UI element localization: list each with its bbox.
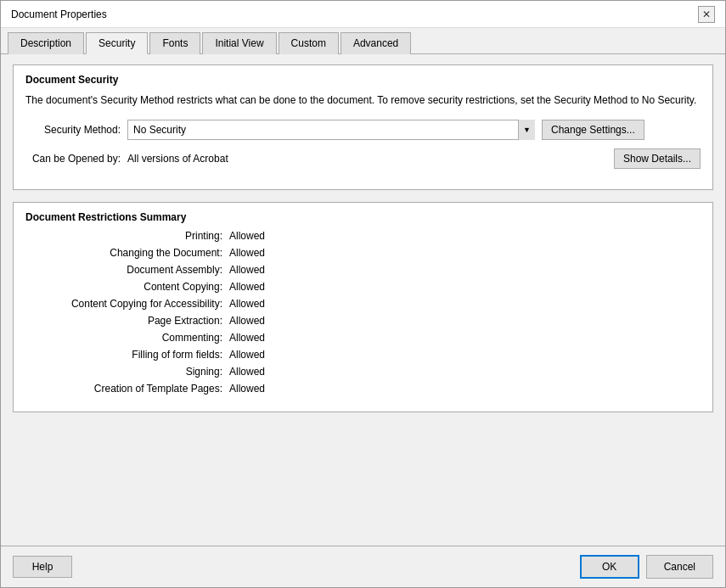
restriction-label: Signing: [25, 366, 229, 378]
can-be-opened-label: Can be Opened by: [25, 153, 127, 165]
dialog-title: Document Properties [11, 8, 107, 20]
change-settings-button[interactable]: Change Settings... [542, 120, 644, 140]
tab-initial-view[interactable]: Initial View [202, 32, 276, 54]
tab-security[interactable]: Security [86, 32, 148, 54]
tab-fonts[interactable]: Fonts [149, 32, 200, 54]
restriction-value: Allowed [229, 332, 265, 344]
restriction-row: Content Copying for Accessibility:Allowe… [25, 298, 701, 310]
security-method-select-wrapper: No Security Password Security Certificat… [127, 120, 535, 140]
restriction-row: Creation of Template Pages:Allowed [25, 383, 701, 395]
restriction-value: Allowed [229, 366, 265, 378]
tab-content: Document Security The document's Securit… [1, 54, 725, 546]
can-be-opened-row: Can be Opened by: All versions of Acroba… [25, 148, 701, 169]
can-be-opened-value: All versions of Acrobat [127, 153, 228, 165]
security-method-label: Security Method: [25, 124, 127, 136]
restriction-row: Printing:Allowed [25, 230, 701, 242]
security-description: The document's Security Method restricts… [25, 92, 701, 108]
restriction-label: Commenting: [25, 332, 229, 344]
help-button[interactable]: Help [13, 556, 72, 578]
restriction-row: Signing:Allowed [25, 366, 701, 378]
tab-advanced[interactable]: Advanced [340, 32, 411, 54]
restriction-label: Content Copying for Accessibility: [25, 298, 229, 310]
restriction-row: Changing the Document:Allowed [25, 247, 701, 259]
document-security-title: Document Security [25, 74, 701, 86]
restriction-label: Filling of form fields: [25, 349, 229, 361]
restriction-row: Document Assembly:Allowed [25, 264, 701, 276]
restriction-row: Filling of form fields:Allowed [25, 349, 701, 361]
restriction-label: Content Copying: [25, 281, 229, 293]
restriction-label: Printing: [25, 230, 229, 242]
restriction-value: Allowed [229, 349, 265, 361]
security-method-select[interactable]: No Security Password Security Certificat… [127, 120, 535, 140]
restriction-value: Allowed [229, 230, 265, 242]
document-security-section: Document Security The document's Securit… [13, 64, 713, 190]
opened-by-value-area: All versions of Acrobat Show Details... [127, 148, 701, 169]
restrictions-title: Document Restrictions Summary [25, 211, 701, 223]
restriction-row: Page Extraction:Allowed [25, 315, 701, 327]
document-properties-dialog: Document Properties ✕ Description Securi… [0, 0, 726, 588]
restriction-value: Allowed [229, 298, 265, 310]
restriction-row: Commenting:Allowed [25, 332, 701, 344]
dialog-footer: Help OK Cancel [1, 546, 725, 587]
restriction-value: Allowed [229, 383, 265, 395]
show-details-button[interactable]: Show Details... [614, 148, 701, 169]
title-bar: Document Properties ✕ [1, 1, 725, 28]
document-restrictions-section: Document Restrictions Summary Printing:A… [13, 202, 713, 412]
restriction-row: Content Copying:Allowed [25, 281, 701, 293]
tabs-bar: Description Security Fonts Initial View … [1, 28, 725, 54]
ok-button[interactable]: OK [580, 555, 639, 579]
restriction-value: Allowed [229, 315, 265, 327]
tab-custom[interactable]: Custom [279, 32, 339, 54]
restriction-label: Creation of Template Pages: [25, 383, 229, 395]
cancel-button[interactable]: Cancel [646, 555, 713, 579]
restriction-label: Page Extraction: [25, 315, 229, 327]
restrictions-rows-container: Printing:AllowedChanging the Document:Al… [25, 230, 701, 395]
tab-description[interactable]: Description [8, 32, 84, 54]
security-method-row: Security Method: No Security Password Se… [25, 120, 701, 140]
security-method-control: No Security Password Security Certificat… [127, 120, 701, 140]
footer-right-buttons: OK Cancel [580, 555, 713, 579]
restriction-label: Document Assembly: [25, 264, 229, 276]
restriction-value: Allowed [229, 247, 265, 259]
restriction-value: Allowed [229, 281, 265, 293]
restriction-value: Allowed [229, 264, 265, 276]
restriction-label: Changing the Document: [25, 247, 229, 259]
close-button[interactable]: ✕ [698, 6, 715, 23]
